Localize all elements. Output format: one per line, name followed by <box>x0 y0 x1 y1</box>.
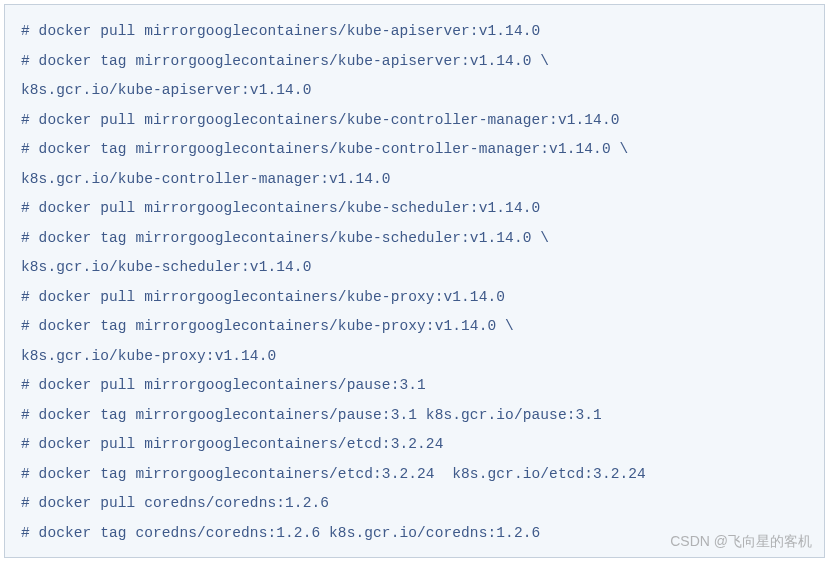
code-line: # docker pull mirrorgooglecontainers/kub… <box>21 194 808 224</box>
code-line: # docker tag mirrorgooglecontainers/kube… <box>21 312 808 342</box>
code-line: # docker pull mirrorgooglecontainers/kub… <box>21 17 808 47</box>
code-line: k8s.gcr.io/kube-scheduler:v1.14.0 <box>21 253 808 283</box>
code-line: # docker tag mirrorgooglecontainers/paus… <box>21 401 808 431</box>
code-block: # docker pull mirrorgooglecontainers/kub… <box>4 4 825 558</box>
code-line: # docker pull mirrorgooglecontainers/pau… <box>21 371 808 401</box>
code-line: # docker pull mirrorgooglecontainers/kub… <box>21 106 808 136</box>
code-line: # docker pull mirrorgooglecontainers/kub… <box>21 283 808 313</box>
code-line: k8s.gcr.io/kube-proxy:v1.14.0 <box>21 342 808 372</box>
code-line: # docker tag mirrorgooglecontainers/kube… <box>21 47 808 77</box>
code-line: # docker pull coredns/coredns:1.2.6 <box>21 489 808 519</box>
code-line: # docker tag mirrorgooglecontainers/kube… <box>21 224 808 254</box>
code-line: # docker pull mirrorgooglecontainers/etc… <box>21 430 808 460</box>
code-line: k8s.gcr.io/kube-apiserver:v1.14.0 <box>21 76 808 106</box>
code-line: k8s.gcr.io/kube-controller-manager:v1.14… <box>21 165 808 195</box>
code-line: # docker tag mirrorgooglecontainers/etcd… <box>21 460 808 490</box>
code-line: # docker tag coredns/coredns:1.2.6 k8s.g… <box>21 519 808 549</box>
code-line: # docker tag mirrorgooglecontainers/kube… <box>21 135 808 165</box>
